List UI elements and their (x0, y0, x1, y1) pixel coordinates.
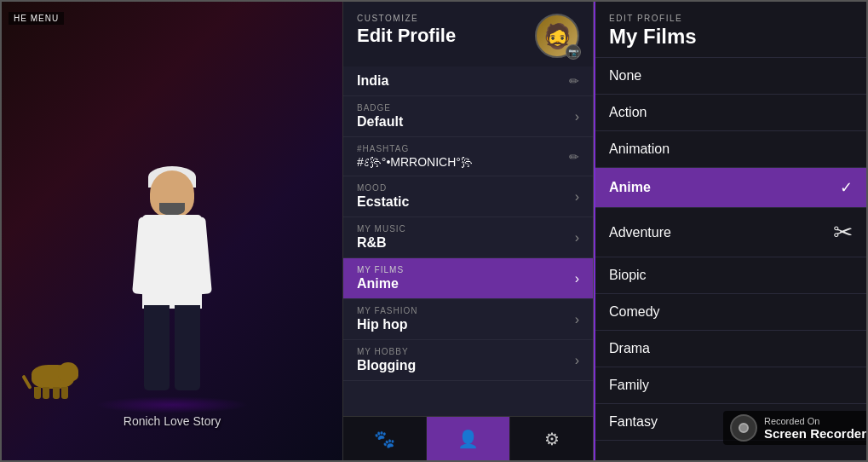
recorded-line1: Recorded On (764, 416, 866, 426)
my-fashion-item[interactable]: MY FASHION Hip hop › (343, 299, 593, 340)
bottom-nav: 🐾 👤 ⚙ (343, 416, 593, 460)
film-item-drama[interactable]: Drama (595, 331, 866, 367)
scissors-icon: ✂ (833, 218, 853, 246)
location-item[interactable]: India ✏ (343, 66, 593, 96)
nav-pets[interactable]: 🐾 (343, 417, 427, 460)
my-fashion-value: Hip hop (357, 317, 418, 332)
hashtag-label: #HASHTAG (357, 144, 473, 153)
hashtag-item-left: #HASHTAG #ℰ꧂°•MRRONICH°꧂ (357, 144, 473, 169)
my-music-item-left: MY MUSIC R&B (357, 224, 406, 251)
dog-leg1 (34, 387, 41, 399)
char-leg-left (144, 305, 170, 390)
my-music-label: MY MUSIC (357, 224, 406, 234)
my-hobby-value: Blogging (357, 358, 416, 373)
pets-icon: 🐾 (374, 429, 395, 449)
films-panel-wrapper: EDIT PROFILE My Films None Action Animat… (595, 2, 866, 460)
customize-label: CUSTOMIZE (357, 14, 456, 23)
film-item-animation[interactable]: Animation (595, 131, 866, 168)
badge-value: Default (357, 114, 403, 130)
character-area: 🌹 (2, 2, 342, 460)
avatar-container[interactable]: 🧔 📷 (535, 14, 579, 58)
film-item-biopic[interactable]: Biopic (595, 257, 866, 294)
hashtag-value: #ℰ꧂°•MRRONICH°꧂ (357, 155, 473, 169)
hashtag-item[interactable]: #HASHTAG #ℰ꧂°•MRRONICH°꧂ ✏ (343, 137, 593, 176)
my-films-item[interactable]: MY FILMS Anime › (343, 258, 593, 299)
film-name-none: None (609, 68, 641, 84)
film-item-adventure[interactable]: Adventure ✂ (595, 208, 866, 257)
dog-leg4 (61, 387, 68, 399)
char-head (150, 170, 194, 217)
badge-item[interactable]: BADGE Default › (343, 96, 593, 137)
panel-header: CUSTOMIZE Edit Profile 🧔 📷 (343, 2, 593, 66)
character-body: 🌹 (134, 170, 210, 392)
my-fashion-chevron-icon: › (575, 312, 579, 327)
films-header: EDIT PROFILE My Films (595, 2, 866, 58)
my-fashion-label: MY FASHION (357, 306, 418, 315)
film-name-fantasy: Fantasy (609, 414, 658, 430)
char-leg-right (175, 305, 200, 390)
film-item-action[interactable]: Action (595, 95, 866, 131)
my-fashion-item-left: MY FASHION Hip hop (357, 306, 418, 332)
my-films-value: Anime (357, 276, 404, 292)
char-torso (142, 215, 202, 309)
mood-chevron-icon: › (575, 189, 579, 205)
mood-value: Ecstatic (357, 194, 409, 210)
recorded-text: Recorded On Screen Recorder (764, 416, 866, 441)
films-list: None Action Animation Anime ✓ Adventure … (595, 58, 866, 460)
nav-profile[interactable]: 👤 (427, 417, 510, 460)
my-hobby-label: MY HOBBY (357, 347, 416, 356)
story-title: Ronich Love Story (124, 414, 221, 428)
film-item-anime[interactable]: Anime ✓ (595, 168, 866, 208)
badge-item-left: BADGE Default (357, 103, 403, 130)
my-hobby-chevron-icon: › (575, 353, 579, 368)
my-music-chevron-icon: › (575, 230, 579, 245)
film-name-biopic: Biopic (609, 268, 647, 283)
film-name-comedy: Comedy (609, 304, 660, 320)
dog-tail (21, 374, 32, 390)
film-item-comedy[interactable]: Comedy (595, 294, 866, 331)
edit-profile-panel: CUSTOMIZE Edit Profile 🧔 📷 India ✏ BADGE… (342, 2, 594, 460)
profile-items-list: India ✏ BADGE Default › #HASHTAG #ℰ꧂°•MR… (343, 66, 593, 416)
film-item-fantasy[interactable]: Fantasy Recorded On Screen Recorder (595, 404, 866, 441)
my-films-panel: EDIT PROFILE My Films None Action Animat… (594, 2, 866, 460)
profile-icon: 👤 (457, 429, 479, 449)
recorded-line2: Screen Recorder (764, 426, 866, 441)
panel-header-text: CUSTOMIZE Edit Profile (357, 14, 456, 47)
film-name-animation: Animation (609, 141, 670, 157)
char-beard (159, 203, 185, 216)
film-name-adventure: Adventure (609, 225, 671, 240)
anime-check-icon: ✓ (840, 178, 853, 197)
film-name-family: Family (609, 378, 649, 393)
recorder-icon (730, 414, 757, 442)
my-music-value: R&B (357, 235, 406, 251)
dog-leg2 (43, 387, 49, 399)
nav-settings[interactable]: ⚙ (510, 417, 593, 460)
settings-icon: ⚙ (544, 429, 560, 449)
badge-label: BADGE (357, 103, 403, 113)
my-films-chevron-icon: › (575, 271, 579, 286)
recorder-dot (739, 423, 749, 433)
edit-profile-title: Edit Profile (357, 25, 456, 47)
films-edit-profile-label: EDIT PROFILE (609, 14, 853, 23)
my-music-item[interactable]: MY MUSIC R&B › (343, 217, 593, 258)
film-name-drama: Drama (609, 341, 650, 356)
my-hobby-item[interactable]: MY HOBBY Blogging › (343, 340, 593, 381)
dog-leg3 (53, 387, 60, 399)
dog (27, 361, 78, 399)
mood-item-left: MOOD Ecstatic (357, 183, 409, 210)
mood-label: MOOD (357, 183, 409, 193)
mood-item[interactable]: MOOD Ecstatic › (343, 176, 593, 217)
my-hobby-item-left: MY HOBBY Blogging (357, 347, 416, 373)
film-item-family[interactable]: Family (595, 367, 866, 404)
my-films-panel-title: My Films (609, 25, 853, 49)
badge-chevron-icon: › (575, 109, 579, 124)
film-name-action: Action (609, 105, 647, 120)
my-films-item-left: MY FILMS Anime (357, 265, 404, 292)
game-scene: HE MENU 🌹 (2, 2, 342, 460)
film-item-none[interactable]: None (595, 58, 866, 95)
camera-badge: 📷 (566, 44, 581, 60)
ground-glow (95, 396, 249, 413)
film-name-anime: Anime (609, 180, 651, 195)
location-edit-icon: ✏ (569, 74, 579, 88)
location-value: India (357, 73, 388, 89)
